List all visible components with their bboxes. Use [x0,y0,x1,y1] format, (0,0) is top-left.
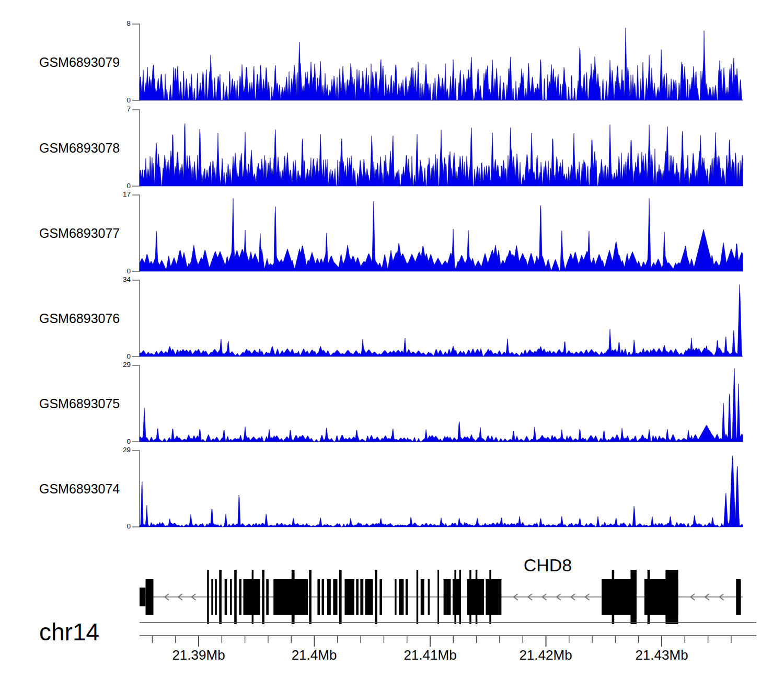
y-axis [132,280,140,356]
exon [469,570,471,624]
genome-browser-figure: GSM6893079 GSM6893078 GSM6893077 GSM6893… [0,0,784,690]
y-axis [132,24,140,100]
track-2-ymax: 7 [102,106,131,113]
exon [421,579,424,615]
signal-area [140,123,743,186]
exon [140,588,146,606]
exon [146,579,154,615]
y-axis [132,365,140,442]
chromosome-label: chr14 [39,619,99,645]
exon [365,579,373,615]
track-3-ymin: 0 [102,268,131,275]
exon [406,579,408,615]
track-5-ymax: 29 [102,361,131,369]
gene-name-label: CHD8 [524,555,572,576]
axis-tick-label-4: 21.42Mb [519,647,572,663]
exon [459,570,462,624]
exon [273,579,308,615]
exon [399,579,403,615]
axis-tick-label-1: 21.39Mb [172,647,225,663]
track-4-label: GSM6893076 [39,311,120,326]
exon [375,570,377,624]
exon [612,570,615,624]
exon [339,570,342,624]
exon [454,570,456,624]
exon [736,579,741,615]
track-2-ymin: 0 [102,182,131,190]
exon [327,579,331,615]
track-3-label: GSM6893077 [39,226,120,240]
coverage-track [132,195,743,271]
signal-area [140,28,743,100]
track-1-label: GSM6893079 [39,55,120,70]
coverage-track [132,451,743,527]
track-2-label: GSM6893078 [39,141,120,155]
genome-axis [140,623,756,647]
signal-area [140,369,743,442]
coverage-track [132,110,743,186]
track-6-ymax: 29 [102,446,131,454]
y-axis [132,451,140,527]
exon [225,579,227,615]
exon [211,579,213,615]
axis-tick-label-5: 21.43Mb [635,647,688,663]
exon [444,579,451,615]
coverage-track [132,365,743,442]
exon [266,579,269,615]
exon [395,579,397,615]
exon [234,570,237,624]
y-axis [132,110,140,186]
signal-area [140,198,743,271]
exon [252,570,254,624]
track-6-ymin: 0 [102,523,131,530]
exon [317,579,320,615]
track-6-label: GSM6893074 [39,481,120,496]
exon [417,570,419,624]
exon [215,579,217,615]
exon [219,570,222,624]
track-5-label: GSM6893075 [39,396,120,411]
exon [322,579,325,615]
axis-tick-label-2: 21.4Mb [292,647,337,663]
exon [356,579,359,615]
exon [333,579,337,615]
track-5-ymin: 0 [102,438,131,445]
exon [344,579,354,615]
exon [428,579,430,615]
exon [602,579,636,615]
exon [630,570,637,624]
track-4-ymin: 0 [102,353,131,360]
exon [360,579,363,615]
coverage-track [132,280,743,356]
track-1-ymin: 0 [102,97,131,104]
exon [489,570,491,624]
exon [665,570,678,624]
track-1-ymax: 8 [102,20,131,27]
exon [309,570,312,624]
exon [379,579,382,615]
exon [648,570,650,624]
exon [437,570,439,624]
track-3-ymax: 17 [102,191,131,198]
exon [476,570,478,624]
axis-tick-label-3: 21.41Mb [403,647,456,663]
exon [230,579,232,615]
coverage-track [132,24,743,100]
track-4-ymax: 34 [102,276,131,283]
gene-model [140,570,743,624]
exon [292,570,295,624]
signal-area [140,455,743,527]
exon [207,570,209,624]
signal-area [140,284,743,356]
exon [262,570,264,624]
exon [239,579,241,615]
y-axis [132,195,140,271]
exon [486,579,501,615]
